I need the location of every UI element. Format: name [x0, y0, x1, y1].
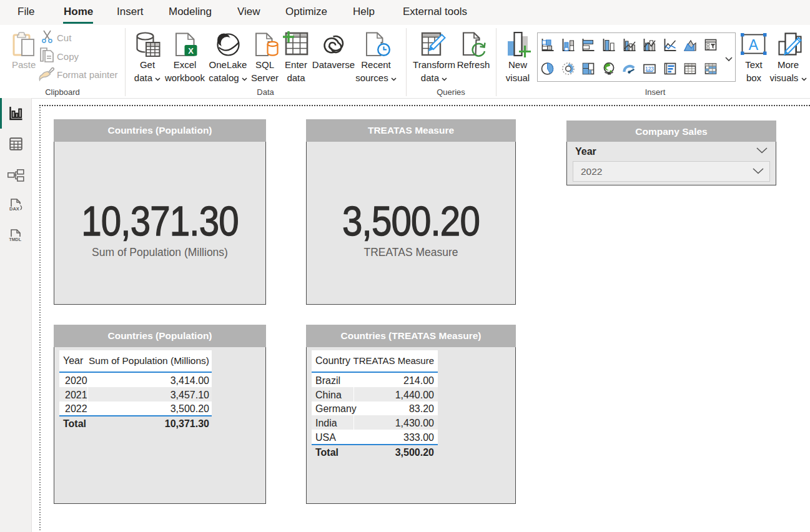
svg-text:DAX: DAX	[9, 206, 19, 212]
svg-text:123: 123	[645, 66, 654, 72]
svg-text:A: A	[749, 37, 759, 53]
svg-text:TMDL: TMDL	[9, 237, 22, 242]
svg-text:X: X	[188, 46, 194, 56]
